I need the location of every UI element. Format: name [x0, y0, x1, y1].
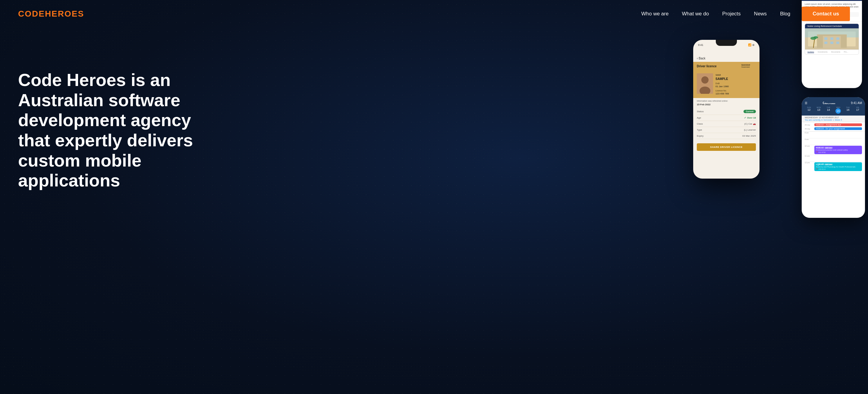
cal-day-fri: FRI 17: [853, 107, 863, 114]
semester-label: You are currently in Semester 1 Week 4: [805, 119, 862, 121]
checkmark-icon: ✓: [744, 116, 746, 119]
status-row: Status Current: [697, 108, 756, 115]
licence-info-section: Information was refreshed online: 15 Feb…: [693, 98, 760, 141]
licence-screen-title: Driver licence: [697, 64, 717, 68]
event-nsb103-allday[interactable]: NSB103 - Do your assignment!: [814, 127, 862, 130]
type-value: (L) Learner: [744, 129, 756, 131]
expiry-label: Expiry: [697, 135, 704, 137]
day-num-16[interactable]: 16: [843, 108, 852, 111]
expiry-value: 03 Mar 2025: [742, 135, 756, 137]
day-num-15[interactable]: 15: [835, 108, 841, 114]
licence-back-header: ‹ Back: [693, 55, 760, 62]
hamburger-icon[interactable]: ☰: [805, 101, 807, 105]
time-display-cal: 9:41 AM: [851, 101, 862, 105]
svg-rect-13: [824, 41, 827, 44]
day-num-17[interactable]: 17: [853, 108, 863, 111]
phone-notch: [716, 40, 737, 46]
property-tabs: Updates Investments Documents Pro...: [805, 50, 859, 54]
class-row: Class (C) Car 🚗: [697, 121, 756, 127]
age-row: Age ✓ Over 18: [697, 115, 756, 121]
all-day-label: All day: [805, 124, 813, 126]
tab-pro[interactable]: Pro...: [844, 51, 848, 53]
licence-first-name: SAM: [715, 73, 729, 77]
time-10am: 10 am: [805, 145, 813, 147]
refresh-label: Information was refreshed online:: [697, 100, 756, 102]
event-lqb185-location: 📍 CB 6114: [816, 168, 861, 170]
all-day-label-2: All day: [805, 128, 813, 130]
time-row-11am: 11 am: [805, 155, 862, 161]
qld-government-logo: Queensland Government: [741, 63, 756, 69]
day-num-12[interactable]: 12: [804, 108, 814, 111]
svg-point-18: [813, 36, 818, 38]
cal-day-mon: MON 13: [814, 107, 824, 114]
location-icon: 📍: [816, 151, 818, 153]
main-nav: Who we are What we do Projects News Blog…: [636, 7, 850, 21]
phone-notch-calendar: [823, 97, 844, 103]
event-lqb185-title: LQB185 LEC Live: [816, 163, 861, 166]
back-button[interactable]: ‹ Back: [697, 57, 706, 60]
cal-day-wed: WED 15: [833, 107, 843, 114]
type-row: Type (L) Learner: [697, 127, 756, 133]
event-nsb102-title: NSB102 LEC Live: [816, 147, 861, 149]
licence-name-details: SAM SAMPLE DoB 01 Jan 1980 Licence No. 1…: [715, 73, 729, 95]
licence-photo-area: SAM SAMPLE DoB 01 Jan 1980 Licence No. 1…: [693, 71, 760, 98]
event-nsb102-block[interactable]: NSB102 LEC Live Professional practice an…: [814, 146, 862, 154]
licence-screen: ‹ Back Driver licence Queensland Governm…: [693, 48, 760, 178]
all-day-events: All day NSB102 – Assignment due All day …: [802, 122, 865, 132]
nav-who-we-are[interactable]: Who we are: [636, 8, 674, 19]
phone-calendar-app: ☰ Calendar 9:41 AM SUN 12 MON 13 TUE: [802, 97, 865, 218]
day-num-14[interactable]: 14: [824, 108, 833, 111]
lec-live-tag: LEC Live: [824, 147, 832, 149]
all-day-event-1: All day NSB102 – Assignment due: [805, 123, 862, 127]
location-icon-2: 📍: [816, 168, 818, 170]
expiry-row: Expiry 03 Mar 2025: [697, 133, 756, 139]
time-row-10am: 10 am NSB102 LEC Live Professional pract…: [805, 145, 862, 155]
svg-rect-15: [836, 41, 839, 44]
svg-text:Government: Government: [741, 66, 750, 68]
nav-projects[interactable]: Projects: [717, 8, 746, 19]
share-licence-button[interactable]: SHARE DRIVER LICENCE: [697, 143, 756, 151]
hero-heading: Code Heroes is an Australian software de…: [18, 70, 193, 191]
nav-news[interactable]: News: [749, 8, 772, 19]
tab-investments[interactable]: Investments: [818, 51, 827, 53]
svg-rect-14: [830, 41, 833, 44]
calendar-screen: ☰ Calendar 9:41 AM SUN 12 MON 13 TUE: [802, 97, 865, 218]
licence-title-bar: Driver licence Queensland Government: [693, 62, 760, 71]
svg-point-3: [701, 76, 709, 84]
time-grid: 8 am 9 am 10 am NSB102 LEC Live Professi…: [802, 132, 865, 172]
event-lqb185-block[interactable]: LQB185 LEC Live Anatomy and Physiology f…: [814, 162, 862, 171]
type-label: Type: [697, 129, 702, 131]
age-label: Age: [697, 116, 701, 119]
status-label: Status: [697, 110, 704, 113]
tab-documents[interactable]: Documents: [831, 51, 840, 53]
phone-mockups: 9:41 📶 ⊛ ‹ Back Driver licence: [657, 4, 868, 245]
time-row-8am: 8 am: [805, 132, 862, 138]
time-12pm: 12 pm: [805, 162, 813, 164]
svg-rect-10: [824, 37, 827, 40]
contact-button[interactable]: Contact us: [802, 7, 850, 21]
event-nsb102-allday[interactable]: NSB102 – Assignment due: [814, 123, 862, 126]
nav-blog[interactable]: Blog: [775, 8, 796, 19]
hero-section: Code Heroes is an Australian software de…: [0, 28, 868, 394]
nav-what-we-do[interactable]: What we do: [676, 8, 714, 19]
svg-rect-11: [830, 37, 833, 40]
time-9am: 9 am: [805, 138, 813, 140]
event-lqb185-subtitle: Anatomy and Physiology for Health Profes…: [816, 166, 861, 168]
svg-rect-12: [836, 37, 839, 40]
phone-driver-licence: 9:41 📶 ⊛ ‹ Back Driver licence: [693, 40, 760, 178]
class-value: (C) Car 🚗: [744, 122, 756, 125]
tab-updates[interactable]: Updates: [807, 51, 814, 53]
property-card[interactable]: Noble Living Retirement Carindale: [805, 24, 859, 55]
refresh-date: 15 Feb 2022: [697, 103, 756, 106]
class-label: Class: [697, 122, 703, 125]
cal-day-sun: SUN 12: [804, 107, 814, 114]
day-num-13[interactable]: 13: [814, 108, 824, 111]
licence-no-value: 123 456 789: [715, 92, 729, 95]
svg-text:Queensland: Queensland: [741, 64, 750, 66]
brand-logo[interactable]: CODEHEROES: [18, 9, 84, 19]
age-check: ✓ Over 18: [744, 116, 756, 119]
time-row-9am: 9 am: [805, 138, 862, 145]
licence-no-label: Licence No.: [715, 89, 729, 92]
time-display: 9:41: [698, 44, 704, 47]
hero-text: Code Heroes is an Australian software de…: [18, 46, 193, 191]
